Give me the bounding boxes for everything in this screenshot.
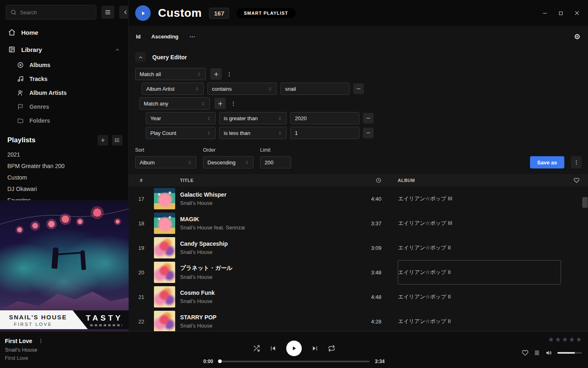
disc-icon [17, 62, 24, 68]
table-row[interactable]: 19 Candy SpaceshipSnail’s House 3:09 エイリ… [129, 236, 588, 260]
menu-button[interactable] [101, 6, 114, 19]
playlist-list-button[interactable] [112, 135, 122, 146]
next-track-button[interactable] [312, 345, 318, 352]
star-icon[interactable] [555, 337, 561, 343]
play-pause-button[interactable] [286, 341, 302, 356]
row-index: 18 [129, 220, 154, 227]
select-arrows-icon [203, 116, 211, 121]
settings-button[interactable] [574, 33, 581, 40]
track-album-cell[interactable]: エイリアン☆ポップ III [398, 211, 561, 236]
column-header-duration[interactable] [357, 177, 381, 183]
rule-value-input[interactable] [290, 112, 359, 124]
seek-slider[interactable] [218, 361, 370, 362]
track-album-cell-focused[interactable]: エイリアン☆ポップ II [398, 260, 561, 285]
sidebar-item-folders[interactable]: Folders [0, 114, 128, 128]
sidebar-item-library[interactable]: Library [0, 41, 128, 58]
remove-rule-button[interactable] [363, 113, 374, 123]
track-title: Candy Spaceship [180, 240, 357, 247]
match-type-select[interactable]: Match any [139, 97, 210, 110]
rule-field-value: Album Artist [146, 86, 174, 92]
sort-field-button[interactable]: Id [136, 34, 141, 40]
skip-forward-icon [312, 345, 318, 352]
save-as-button[interactable]: Save as [530, 156, 564, 168]
match-type-value: Match all [140, 71, 161, 77]
table-row[interactable]: 20 プラネット・ガールSnail’s House 3:48 エイリアン☆ポップ… [129, 260, 588, 285]
sidebar-item-tracks[interactable]: Tracks [0, 72, 128, 86]
column-header-title[interactable]: TITLE [180, 178, 357, 183]
add-rule-button[interactable] [210, 68, 222, 80]
select-arrows-icon [274, 116, 282, 121]
play-playlist-button[interactable] [135, 5, 151, 21]
rule-operator-select[interactable]: is less than [219, 127, 287, 139]
sidebar-item-album-artists[interactable]: Album Artists [0, 86, 128, 100]
remove-rule-button[interactable] [353, 83, 364, 94]
track-album-cell[interactable]: エイリアン☆ポップ II [398, 285, 561, 309]
minimize-icon [542, 11, 548, 16]
sidebar-item-home[interactable]: Home [0, 24, 128, 41]
star-icon[interactable] [576, 337, 582, 343]
volume-slider[interactable] [557, 352, 582, 354]
table-row[interactable]: 18 MAGIKSnail’s House feat. Sennzai 3:37… [129, 211, 588, 236]
more-options-button[interactable] [189, 34, 196, 40]
collapse-query-editor-button[interactable] [135, 52, 146, 62]
volume-fill [557, 352, 575, 354]
search-input[interactable] [20, 9, 92, 16]
rule-value-input[interactable] [290, 127, 359, 139]
column-header-index[interactable]: # [129, 178, 154, 183]
favorite-button[interactable] [522, 350, 528, 356]
window-maximize-button[interactable] [558, 11, 564, 16]
remove-rule-button[interactable] [363, 128, 374, 138]
album-art-thumbnail [154, 213, 175, 234]
window-close-button[interactable] [574, 10, 580, 16]
star-icon[interactable] [562, 337, 568, 343]
now-playing-artwork[interactable]: TASTY SNAIL'S HOUSE FIRST LOVE [0, 200, 129, 331]
rule-field-select[interactable]: Play Count [146, 127, 216, 139]
volume-button[interactable] [546, 350, 552, 356]
add-rule-button[interactable] [214, 98, 226, 109]
playlist-item[interactable]: Custom [0, 172, 128, 183]
rule-field-select[interactable]: Year [146, 112, 216, 124]
rule-field-select[interactable]: Album Artist [142, 83, 204, 95]
table-row[interactable]: 22 STARRY POPSnail’s House 4:28 エイリアン☆ポッ… [129, 309, 588, 334]
sort-select[interactable]: Album [135, 156, 196, 168]
playlist-item[interactable]: 2021 [0, 149, 128, 160]
track-album-cell[interactable]: エイリアン☆ポップ II [398, 236, 561, 260]
queue-button[interactable] [534, 350, 540, 356]
rule-value-input[interactable] [281, 83, 350, 95]
sort-order-button[interactable]: Ascending [151, 34, 178, 40]
group-options-button[interactable] [230, 101, 236, 107]
column-header-favorite[interactable] [565, 177, 588, 183]
window-minimize-button[interactable] [542, 11, 548, 16]
playlist-item[interactable]: BPM Greater than 200 [0, 160, 128, 172]
track-album: エイリアン☆ポップ II [398, 318, 451, 325]
scrollbar-thumb[interactable] [582, 197, 588, 208]
queue-icon [534, 350, 540, 356]
table-row[interactable]: 17 Galactic WhisperSnail’s House 4:40 エイ… [129, 186, 588, 211]
limit-input[interactable] [260, 156, 291, 168]
sidebar-item-albums[interactable]: Albums [0, 58, 128, 72]
track-album-cell[interactable]: エイリアン☆ポップ II [398, 309, 561, 334]
star-icon[interactable] [548, 337, 554, 343]
column-header-album[interactable]: ALBUM [394, 178, 565, 183]
table-row[interactable]: 21 Cosmo FunkSnail’s House 4:48 エイリアン☆ポッ… [129, 285, 588, 309]
save-options-button[interactable] [571, 156, 581, 168]
rule-operator-select[interactable]: is greater than [219, 112, 287, 124]
order-select[interactable]: Descending [203, 156, 254, 168]
previous-track-button[interactable] [270, 345, 276, 352]
shuffle-button[interactable] [253, 345, 260, 352]
playlist-item[interactable]: DJ Okawari [0, 183, 128, 195]
group-options-button[interactable] [226, 71, 232, 77]
sidebar-item-genres[interactable]: Genres [0, 100, 128, 114]
star-icon[interactable] [569, 337, 575, 343]
search-box[interactable] [6, 5, 96, 20]
rule-operator-select[interactable]: contains [207, 83, 277, 95]
limit-label: Limit [260, 147, 291, 153]
track-album-cell[interactable]: エイリアン☆ポップ III [398, 186, 561, 211]
match-type-select[interactable]: Match all [135, 68, 206, 80]
repeat-button[interactable] [328, 345, 335, 352]
sidebar-item-label: Home [21, 29, 38, 36]
add-playlist-button[interactable] [98, 135, 108, 146]
seek-knob[interactable] [218, 359, 222, 363]
album-art-thumbnail [154, 311, 175, 332]
rating-stars[interactable] [548, 337, 582, 343]
